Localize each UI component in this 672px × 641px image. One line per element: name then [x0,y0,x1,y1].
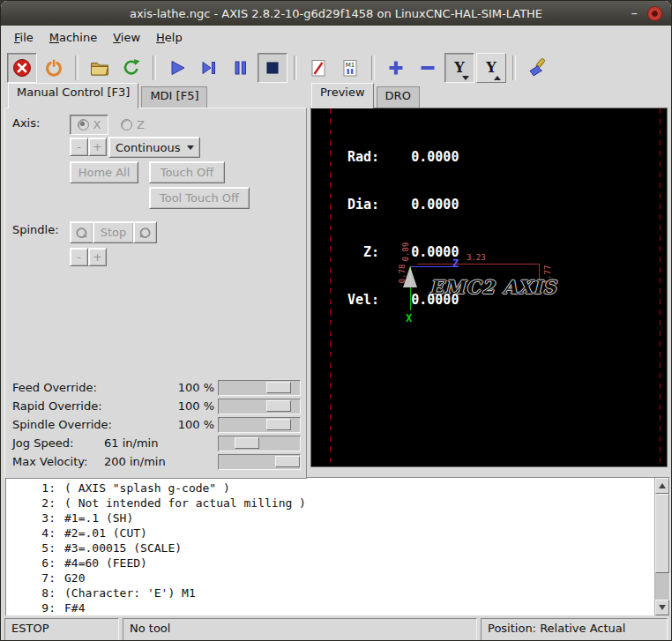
step-icon [198,57,220,78]
arrow-down-icon [659,605,666,610]
gcode-line[interactable]: 3:#1=.1 (SH) [6,511,654,525]
skip-lines-button[interactable] [303,53,333,83]
zoom-in-button[interactable] [381,53,411,83]
x-axis-label: X [406,312,412,324]
toolbar-separator [512,56,516,80]
step-button[interactable] [194,53,224,83]
gcode-line[interactable]: 7:G20 [6,570,654,585]
spindle-stop-button[interactable]: Stop [93,221,134,243]
gcode-line[interactable]: 5:#3=.00015 (SCALE) [6,540,654,555]
max-velocity-row: Max Velocity: 200 in/min [5,453,306,471]
spindle-plus-button[interactable]: + [88,248,107,266]
home-all-button[interactable]: Home All [70,161,138,183]
optional-pause-button[interactable]: M1 [335,53,365,83]
clear-plot-button[interactable] [522,53,552,83]
jog-minus-button[interactable]: - [70,138,88,156]
line-number: 9: [6,600,56,615]
tab-mdi[interactable]: MDI [F5] [141,86,207,108]
pause-button[interactable] [226,53,256,83]
tab-manual-control[interactable]: Manual Control [F3] [8,83,138,108]
gcode-line[interactable]: 8:(Character: 'E') M1 [6,585,654,600]
preview-canvas[interactable]: Rad: 0.0000 Dia: 0.0000 Z: 0.0000 Vel: 0… [310,108,668,467]
max-velocity-slider[interactable] [218,454,301,470]
run-button[interactable] [162,53,192,83]
optional-pause-icon: M1 [340,57,361,78]
jog-speed-slider[interactable] [218,436,301,451]
tool-touch-row: Tool Touch Off [5,187,306,208]
close-button[interactable] [647,6,662,21]
jog-mode-value: Continuous [116,141,180,154]
arrow-up-icon [659,483,666,488]
gcode-line[interactable]: 6:#4=60 (FEED) [6,555,654,570]
titlebar[interactable]: axis-lathe.ngc - AXIS 2.8.2-10-g6d29f145… [1,1,671,26]
menu-view[interactable]: View [105,27,148,48]
zoom-out-button[interactable] [413,53,443,83]
feed-override-slider[interactable] [218,380,301,396]
slider-thumb[interactable] [266,400,291,412]
touch-off-button[interactable]: Touch Off [149,161,225,183]
chevron-down-icon [187,145,194,150]
estop-button[interactable] [7,53,37,83]
rapid-override-slider[interactable] [218,399,301,414]
line-text: (Character: 'E') M1 [64,585,196,600]
dimension-small-a: 0.89 [402,242,410,262]
line-text: #4=60 (FEED) [64,555,147,570]
jog-mode-dropdown[interactable]: Continuous [108,137,200,158]
jog-speed-label: Jog Speed: [12,436,73,450]
tab-preview[interactable]: Preview [311,83,374,108]
tool-touch-off-button[interactable]: Tool Touch Off [149,187,250,209]
skip-lines-icon [308,57,329,78]
spindle-forward-button[interactable] [133,221,157,243]
open-file-button[interactable] [85,53,115,83]
max-velocity-value: 200 in/min [104,455,166,468]
arrow-up-icon [494,76,501,80]
line-number: 4: [6,525,56,540]
gcode-line[interactable]: 9:F#4 [6,600,654,615]
machine-power-button[interactable] [39,53,69,83]
view-y2-button[interactable]: Y [476,53,506,83]
minimize-button[interactable]: – [631,7,638,20]
line-text: ( AXIS "splash g-code" ) [64,481,230,496]
play-icon [167,57,188,78]
radio-icon [78,119,89,130]
scroll-up-button[interactable] [655,478,669,494]
spindle-reverse-button[interactable] [70,221,93,243]
menu-help[interactable]: Help [148,27,190,48]
reload-file-button[interactable] [116,53,146,83]
gcode-scrollbar[interactable] [654,478,669,615]
spindle-minus-button[interactable]: - [70,248,88,266]
scrollbar-track[interactable] [655,494,669,600]
slider-thumb[interactable] [235,437,259,449]
slider-thumb[interactable] [275,456,300,467]
spindle-row: Spindle: Stop [5,221,306,242]
scroll-down-button[interactable] [655,600,669,615]
jog-row: - + Continuous [5,137,306,158]
window-title: axis-lathe.ngc - AXIS 2.8.2-10-g6d29f145… [130,7,542,20]
gcode-line[interactable]: 2:( Not intended for actual milling ) [6,496,654,511]
jog-plus-button[interactable]: + [88,138,107,156]
spindle-override-slider[interactable] [218,417,301,433]
view-y-button[interactable]: Y [444,53,474,83]
rapid-override-value: 100 % [178,399,214,413]
axis-z-radio[interactable]: Z [121,118,145,131]
view-y2-icon: Y [486,61,496,75]
stop-button[interactable] [258,53,287,83]
slider-thumb[interactable] [266,382,291,393]
gcode-line[interactable]: 1:( AXIS "splash g-code" ) [6,481,654,496]
line-number: 2: [6,496,56,511]
gcode-listing[interactable]: 1:( AXIS "splash g-code" ) 2:( Not inten… [6,478,654,615]
gcode-line[interactable]: 4:#2=.01 (CUT) [6,525,654,540]
scrollbar-thumb[interactable] [655,494,669,573]
menu-file[interactable]: File [6,27,41,48]
machine-limit-line [330,108,331,466]
dimension-width: 3.23 [467,254,486,262]
slider-thumb[interactable] [266,419,291,430]
feed-override-row: Feed Override: 100 % [5,379,306,397]
tab-dro[interactable]: DRO [377,86,420,108]
axis-x-radio[interactable]: X [70,115,108,135]
menu-machine[interactable]: Machine [41,27,105,48]
folder-icon [89,57,110,78]
dro-readout: Rad: 0.0000 Dia: 0.0000 Z: 0.0000 Vel: 0… [347,117,459,339]
dro-dia: Dia: 0.0000 [347,197,459,212]
line-number: 5: [6,540,56,555]
